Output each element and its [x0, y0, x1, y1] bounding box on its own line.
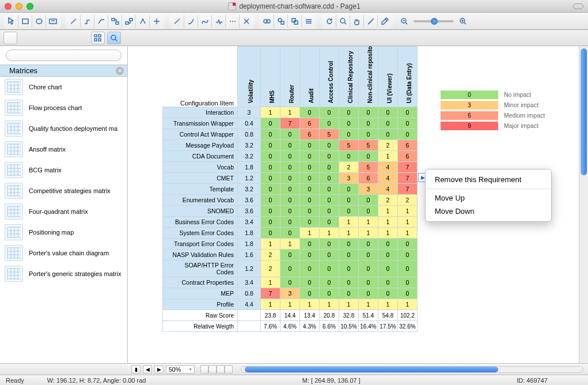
matrix-cell[interactable]: 2: [339, 162, 359, 173]
matrix-cell[interactable]: 0: [398, 288, 418, 299]
matrix-cell[interactable]: 1: [261, 107, 280, 118]
matrix-cell[interactable]: 1: [300, 299, 320, 310]
matrix-cell[interactable]: 4: [378, 173, 398, 184]
library-btn-grid[interactable]: [91, 32, 105, 44]
matrix-cell[interactable]: 0: [320, 184, 339, 195]
matrix-cell[interactable]: 0: [261, 162, 280, 173]
measure-tool[interactable]: [364, 15, 378, 28]
matrix-cell[interactable]: 6: [398, 151, 418, 162]
sidebar-item-0[interactable]: Chore chart: [0, 77, 127, 97]
matrix-cell[interactable]: 1: [339, 217, 359, 228]
matrix-cell[interactable]: 5: [359, 162, 378, 173]
matrix-cell[interactable]: 1: [300, 228, 320, 239]
matrix-cell[interactable]: 1: [359, 228, 378, 239]
sidebar-item-3[interactable]: Ansoff matrix: [0, 139, 127, 160]
connector-tool-6[interactable]: [136, 15, 150, 28]
matrix-cell[interactable]: 0: [339, 184, 359, 195]
matrix-cell[interactable]: 1: [261, 277, 280, 288]
matrix-cell[interactable]: 0: [261, 151, 280, 162]
matrix-cell[interactable]: 0: [320, 162, 339, 173]
matrix-cell[interactable]: 0: [339, 261, 359, 277]
curve-tool-5[interactable]: [226, 15, 240, 28]
panel-close-icon[interactable]: ✕: [116, 67, 124, 75]
matrix-cell[interactable]: 0: [280, 184, 300, 195]
matrix-cell[interactable]: 0: [339, 288, 359, 299]
matrix-cell[interactable]: 0: [261, 140, 280, 151]
matrix-cell[interactable]: 0: [320, 118, 339, 129]
matrix-cell[interactable]: 0: [300, 206, 320, 217]
matrix-cell[interactable]: 0: [378, 261, 398, 277]
matrix-cell[interactable]: 0: [398, 118, 418, 129]
sidebar-item-8[interactable]: Porter's value chain diagram: [0, 243, 127, 263]
horizontal-scrollbar-thumb[interactable]: [245, 367, 498, 372]
matrix-cell[interactable]: 0: [261, 217, 280, 228]
matrix-cell[interactable]: 0: [261, 195, 280, 206]
matrix-cell[interactable]: 0: [300, 162, 320, 173]
matrix-cell[interactable]: 0: [320, 261, 339, 277]
menu-move-up[interactable]: Move Up: [426, 191, 551, 205]
text-box-tool[interactable]: [46, 15, 60, 28]
matrix-cell[interactable]: 5: [320, 129, 339, 140]
arrange-tool-2[interactable]: [274, 15, 288, 28]
matrix-cell[interactable]: 0: [398, 129, 418, 140]
matrix-cell[interactable]: 0: [320, 239, 339, 250]
matrix-cell[interactable]: 1: [280, 107, 300, 118]
curve-tool-1[interactable]: [170, 15, 184, 28]
matrix-cell[interactable]: 3: [359, 184, 378, 195]
zoom-window-button[interactable]: [26, 3, 33, 10]
matrix-cell[interactable]: 0: [359, 129, 378, 140]
matrix-cell[interactable]: 2: [261, 250, 280, 261]
matrix-cell[interactable]: 1: [280, 299, 300, 310]
matrix-cell[interactable]: 0: [378, 118, 398, 129]
eyedropper-tool[interactable]: [378, 15, 392, 28]
matrix-cell[interactable]: 0: [300, 151, 320, 162]
matrix-cell[interactable]: 1: [378, 299, 398, 310]
matrix-cell[interactable]: 0: [359, 118, 378, 129]
matrix-cell[interactable]: 1: [359, 299, 378, 310]
sidebar-item-6[interactable]: Four-quadrant matrix: [0, 201, 127, 222]
matrix-cell[interactable]: 0: [280, 277, 300, 288]
matrix-cell[interactable]: 0: [320, 217, 339, 228]
matrix-cell[interactable]: 6: [300, 118, 320, 129]
zoom-slider-thumb[interactable]: [431, 18, 438, 25]
matrix-cell[interactable]: 0: [339, 239, 359, 250]
matrix-cell[interactable]: 0: [359, 250, 378, 261]
matrix-cell[interactable]: 0: [320, 107, 339, 118]
zoom-percent-field[interactable]: 50%▾: [166, 365, 195, 373]
matrix-cell[interactable]: 1: [378, 228, 398, 239]
connector-tool-7[interactable]: [150, 15, 164, 28]
matrix-cell[interactable]: 0: [280, 261, 300, 277]
matrix-cell[interactable]: 0: [339, 107, 359, 118]
titlebar-pill-button[interactable]: [573, 3, 583, 9]
matrix-cell[interactable]: 0: [359, 195, 378, 206]
zoom-tool[interactable]: [336, 15, 350, 28]
matrix-cell[interactable]: 6: [359, 173, 378, 184]
matrix-cell[interactable]: 2: [261, 261, 280, 277]
sidebar-item-2[interactable]: Quality function deployment ma: [0, 118, 127, 139]
curve-tool-2[interactable]: [184, 15, 198, 28]
matrix-cell[interactable]: 0: [300, 184, 320, 195]
matrix-cell[interactable]: 1: [378, 151, 398, 162]
matrix-cell[interactable]: 0: [280, 162, 300, 173]
matrix-cell[interactable]: 0: [320, 288, 339, 299]
zoom-slider[interactable]: [414, 20, 454, 22]
pan-tool[interactable]: [350, 15, 364, 28]
horizontal-scrollbar[interactable]: [241, 366, 583, 373]
zoom-out-icon[interactable]: [397, 15, 411, 28]
page-tab-2[interactable]: [208, 365, 217, 373]
library-btn-search[interactable]: [107, 32, 121, 44]
matrix-cell[interactable]: 0: [280, 129, 300, 140]
matrix-cell[interactable]: 0: [320, 140, 339, 151]
zoom-in-icon[interactable]: [456, 15, 470, 28]
matrix-cell[interactable]: 0: [280, 217, 300, 228]
refresh-tool[interactable]: [323, 15, 336, 28]
page-tab-1[interactable]: [200, 365, 208, 373]
matrix-cell[interactable]: 0: [300, 107, 320, 118]
matrix-cell[interactable]: 0: [378, 239, 398, 250]
matrix-cell[interactable]: 1: [398, 206, 418, 217]
matrix-cell[interactable]: 0: [359, 239, 378, 250]
sidebar-item-9[interactable]: Porter's generic strategies matrix: [0, 263, 127, 284]
matrix-cell[interactable]: 0: [261, 173, 280, 184]
matrix-cell[interactable]: 0: [339, 195, 359, 206]
matrix-cell[interactable]: 0: [261, 206, 280, 217]
